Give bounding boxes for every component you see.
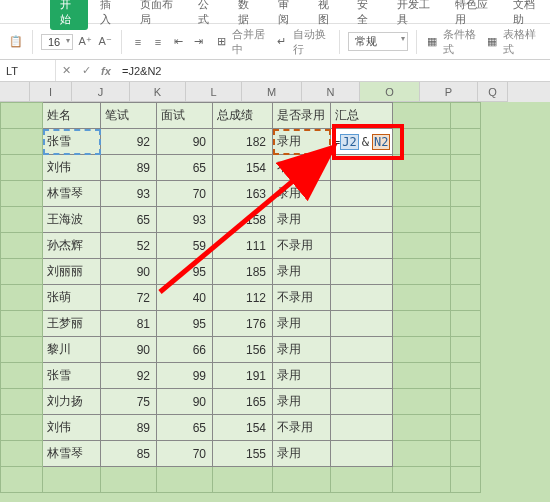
align-top-icon[interactable]: ≡ [130, 34, 146, 50]
cell-total[interactable]: 191 [213, 363, 273, 389]
cell-hire[interactable]: 不录用 [273, 415, 331, 441]
cell-name[interactable]: 张雪 [43, 129, 101, 155]
wrap-icon[interactable]: ↵ [275, 34, 289, 50]
indent-left-icon[interactable]: ⇤ [170, 34, 186, 50]
th-total[interactable]: 总成绩 [213, 103, 273, 129]
merge-icon[interactable]: ⊞ [214, 34, 228, 50]
cell-written[interactable]: 75 [101, 389, 157, 415]
cell-written[interactable]: 90 [101, 337, 157, 363]
cell-name[interactable]: 王梦丽 [43, 311, 101, 337]
cell-name[interactable]: 刘伟 [43, 415, 101, 441]
cell-name[interactable]: 孙杰辉 [43, 233, 101, 259]
cell-summary[interactable] [331, 311, 393, 337]
cell-written[interactable]: 52 [101, 233, 157, 259]
cell-hire[interactable]: 录用 [273, 259, 331, 285]
th-written[interactable]: 笔试 [101, 103, 157, 129]
cell-total[interactable]: 176 [213, 311, 273, 337]
table-row[interactable]: 刘丽丽9095185录用 [1, 259, 481, 285]
cell-name[interactable]: 刘丽丽 [43, 259, 101, 285]
col-header-M[interactable]: M [242, 82, 302, 102]
cell-hire[interactable]: 不录用 [273, 233, 331, 259]
cell-name[interactable]: 张雪 [43, 363, 101, 389]
font-size-input[interactable]: 16 [41, 34, 73, 50]
cell-summary[interactable] [331, 337, 393, 363]
cell-name[interactable]: 黎川 [43, 337, 101, 363]
cell-interview[interactable]: 66 [157, 337, 213, 363]
table-row[interactable]: 林雪琴9370163录用 [1, 181, 481, 207]
cell-interview[interactable]: 70 [157, 441, 213, 467]
cell-interview[interactable]: 95 [157, 259, 213, 285]
cell-style-icon[interactable]: ▦ [485, 34, 499, 50]
cell-hire[interactable]: 不录用 [273, 285, 331, 311]
cell-summary[interactable] [331, 155, 393, 181]
col-header-I[interactable]: I [30, 82, 72, 102]
col-header-Q[interactable]: Q [478, 82, 508, 102]
cell-summary[interactable] [331, 389, 393, 415]
table-row[interactable]: 张雪9290182录用=J2&N2 [1, 129, 481, 155]
cell-name[interactable]: 张萌 [43, 285, 101, 311]
table-row[interactable]: 刘力扬7590165录用 [1, 389, 481, 415]
cell-written[interactable]: 89 [101, 155, 157, 181]
number-format-select[interactable]: 常规 [348, 32, 408, 51]
table-row[interactable]: 张萌7240112不录用 [1, 285, 481, 311]
tab-insert[interactable]: 插入 [90, 0, 128, 30]
cell-written[interactable]: 89 [101, 415, 157, 441]
tab-security[interactable]: 安全 [347, 0, 385, 30]
cell-hire[interactable]: 录用 [273, 207, 331, 233]
col-header-L[interactable]: L [186, 82, 242, 102]
cell-written[interactable]: 72 [101, 285, 157, 311]
cell-summary[interactable] [331, 259, 393, 285]
cell-total[interactable]: 154 [213, 155, 273, 181]
cell-interview[interactable]: 90 [157, 129, 213, 155]
cell-written[interactable]: 92 [101, 129, 157, 155]
cell-total[interactable]: 185 [213, 259, 273, 285]
cond-format-label[interactable]: 条件格式 [443, 27, 482, 57]
cell-interview[interactable]: 70 [157, 181, 213, 207]
cell-name[interactable]: 林雪琴 [43, 181, 101, 207]
col-header-O[interactable]: O [360, 82, 420, 102]
tab-formula[interactable]: 公式 [188, 0, 226, 30]
table-row[interactable]: 刘伟8965154不录用 [1, 155, 481, 181]
col-header-J[interactable]: J [72, 82, 130, 102]
grid[interactable]: 姓名 笔试 面试 总成绩 是否录用 汇总 张雪9290182录用=J2&N2刘伟… [0, 102, 481, 493]
th-summary[interactable]: 汇总 [331, 103, 393, 129]
cell-summary[interactable] [331, 233, 393, 259]
cell-hire[interactable]: 录用 [273, 311, 331, 337]
cell-summary[interactable] [331, 207, 393, 233]
cell-hire[interactable]: 录用 [273, 129, 331, 155]
col-header-K[interactable]: K [130, 82, 186, 102]
table-row[interactable]: 王海波6593158录用 [1, 207, 481, 233]
cell-total[interactable]: 163 [213, 181, 273, 207]
table-row[interactable]: 黎川9066156录用 [1, 337, 481, 363]
cell-total[interactable]: 112 [213, 285, 273, 311]
formula-input[interactable]: =J2&N2 [116, 65, 550, 77]
cell-interview[interactable]: 65 [157, 415, 213, 441]
cell-hire[interactable]: 录用 [273, 441, 331, 467]
tab-view[interactable]: 视图 [308, 0, 346, 30]
cell-hire[interactable]: 录用 [273, 363, 331, 389]
table-row[interactable]: 张雪9299191录用 [1, 363, 481, 389]
cell-hire[interactable]: 录用 [273, 181, 331, 207]
cell-written[interactable]: 93 [101, 181, 157, 207]
cell-total[interactable]: 156 [213, 337, 273, 363]
cell-hire[interactable]: 录用 [273, 389, 331, 415]
cell-total[interactable]: 158 [213, 207, 273, 233]
indent-right-icon[interactable]: ⇥ [190, 34, 206, 50]
confirm-icon[interactable]: ✓ [76, 64, 96, 77]
tab-dev[interactable]: 开发工具 [387, 0, 443, 30]
th-name[interactable]: 姓名 [43, 103, 101, 129]
select-all-corner[interactable] [0, 82, 30, 102]
tab-data[interactable]: 数据 [228, 0, 266, 30]
cell-written[interactable]: 85 [101, 441, 157, 467]
cell-name[interactable]: 王海波 [43, 207, 101, 233]
cell-written[interactable]: 65 [101, 207, 157, 233]
name-box[interactable]: LT [0, 60, 56, 81]
cell-name[interactable]: 刘力扬 [43, 389, 101, 415]
tab-layout[interactable]: 页面布局 [130, 0, 186, 30]
cell-interview[interactable]: 90 [157, 389, 213, 415]
cell-total[interactable]: 182 [213, 129, 273, 155]
table-row[interactable]: 刘伟8965154不录用 [1, 415, 481, 441]
tab-docassist[interactable]: 文档助 [503, 0, 550, 30]
tab-special[interactable]: 特色应用 [445, 0, 501, 30]
col-header-P[interactable]: P [420, 82, 478, 102]
